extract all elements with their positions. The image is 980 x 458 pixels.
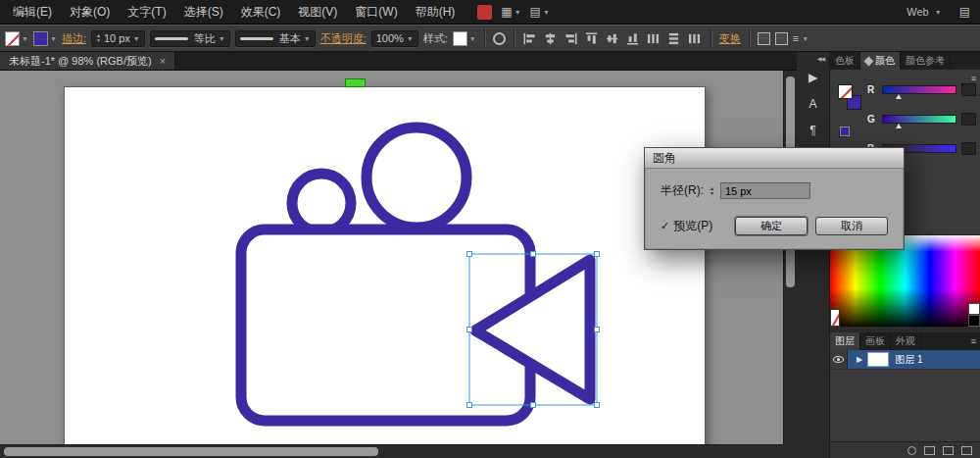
- tab-layers[interactable]: 图层: [830, 332, 860, 350]
- selection-handle[interactable]: [595, 403, 600, 408]
- document-title: 未标题-1* @ 98% (RGB/预览): [9, 54, 152, 69]
- selection-handle[interactable]: [595, 328, 600, 332]
- radius-row: 半径(R): ▲▼: [661, 182, 888, 199]
- check-icon: ✓: [661, 220, 669, 232]
- tab-swatches[interactable]: 色板: [830, 52, 860, 70]
- bridge-icon[interactable]: [477, 5, 492, 20]
- preview-checkbox[interactable]: ✓ 预览(P): [661, 218, 712, 234]
- red-channel-slider[interactable]: [882, 85, 956, 94]
- green-channel-value[interactable]: [961, 113, 976, 126]
- menu-edit[interactable]: 编辑(E): [4, 0, 61, 25]
- tab-appearance[interactable]: 外观: [891, 332, 921, 350]
- horizontal-scrollbar[interactable]: [0, 444, 783, 458]
- ok-button[interactable]: 确定: [735, 217, 808, 235]
- workspace-switcher[interactable]: Web▼: [901, 4, 947, 20]
- tab-color[interactable]: 颜色: [860, 52, 901, 70]
- expand-layer-icon[interactable]: ▶: [857, 355, 862, 364]
- eye-icon: [833, 356, 844, 363]
- right-panel-area: ◀◀ ▶ A ¶ 色板 颜色 颜色参考 ≡ R: [797, 52, 980, 458]
- radius-input[interactable]: [720, 182, 810, 199]
- character-panel-icon[interactable]: A: [802, 93, 825, 114]
- red-channel-value[interactable]: [961, 83, 976, 96]
- width-profile-select[interactable]: 等比▼: [150, 30, 230, 47]
- brush-definition-select[interactable]: 基本▼: [235, 30, 316, 47]
- stroke-width-stepper-icon[interactable]: ▲▼: [96, 33, 101, 43]
- make-clipping-mask-icon[interactable]: [907, 446, 916, 455]
- selection-handle[interactable]: [531, 252, 536, 257]
- transform-link[interactable]: 变换: [719, 31, 741, 46]
- menu-help[interactable]: 帮助(H): [407, 0, 465, 25]
- tab-color-guide[interactable]: 颜色参考: [901, 52, 951, 70]
- new-sublayer-icon[interactable]: [924, 446, 935, 455]
- vertical-scrollbar[interactable]: [783, 71, 797, 444]
- align-horizontal-center-icon[interactable]: [543, 30, 559, 46]
- horizontal-scrollbar-thumb[interactable]: [4, 447, 378, 456]
- style-swatch-icon: [453, 31, 467, 46]
- menu-select[interactable]: 选择(S): [175, 0, 232, 25]
- black-swatch[interactable]: [968, 315, 980, 327]
- camera-lens-large[interactable]: [367, 127, 466, 228]
- layers-panel-menu-icon[interactable]: ≡: [971, 336, 976, 346]
- menu-object[interactable]: 对象(O): [61, 0, 119, 25]
- dialog-titlebar[interactable]: 圆角: [645, 148, 904, 169]
- align-horizontal-right-icon[interactable]: [564, 30, 579, 46]
- control-panel-menu-icon[interactable]: ≡▼: [793, 32, 808, 44]
- arrange-documents-icon[interactable]: ▦▼: [501, 5, 520, 19]
- slider-marker-icon[interactable]: [896, 94, 902, 99]
- collapse-panels-icon[interactable]: ◀◀: [817, 55, 824, 62]
- slider-marker-icon[interactable]: [896, 124, 902, 128]
- layers-panel: ▶ 图层 1: [830, 350, 980, 458]
- document-setup-icon[interactable]: [758, 32, 770, 45]
- align-vertical-center-icon[interactable]: [605, 30, 620, 46]
- opacity-link[interactable]: 不透明度:: [320, 31, 367, 46]
- screen-mode-icon[interactable]: ▤▼: [530, 5, 550, 19]
- opacity-select[interactable]: 100%▼: [371, 30, 418, 47]
- paragraph-panel-icon[interactable]: ¶: [802, 120, 825, 140]
- menu-type[interactable]: 文字(T): [119, 0, 174, 25]
- selection-handle[interactable]: [595, 252, 600, 257]
- selection-handle[interactable]: [467, 403, 472, 408]
- stroke-width-select[interactable]: ▲▼ 10 px▼: [91, 30, 145, 47]
- align-vertical-top-icon[interactable]: [584, 30, 600, 46]
- symbols-panel-icon[interactable]: ▶: [802, 67, 825, 87]
- panel-grid-icon[interactable]: ▤: [959, 5, 970, 19]
- distribute-spacing-icon[interactable]: [687, 30, 703, 46]
- blue-channel-value[interactable]: [961, 142, 976, 155]
- menu-effect[interactable]: 效果(C): [232, 0, 290, 25]
- fill-indicator-swatch[interactable]: [838, 84, 853, 99]
- document-tab[interactable]: 未标题-1* @ 98% (RGB/预览) ×: [0, 52, 175, 70]
- menu-view[interactable]: 视图(V): [289, 0, 346, 25]
- align-horizontal-left-icon[interactable]: [522, 30, 538, 46]
- style-swatch[interactable]: ▼: [453, 31, 476, 46]
- tab-artboards[interactable]: 画板: [860, 332, 891, 350]
- align-vertical-bottom-icon[interactable]: [625, 30, 641, 46]
- color-panel-menu-icon[interactable]: ≡: [971, 74, 976, 83]
- workspace-area: Web▼ ▤: [901, 4, 976, 20]
- none-swatch[interactable]: [830, 309, 840, 327]
- preferences-icon[interactable]: [775, 32, 788, 45]
- distribute-horizontal-icon[interactable]: [646, 30, 662, 46]
- radius-stepper[interactable]: ▲▼: [710, 186, 714, 196]
- selection-handle[interactable]: [531, 403, 536, 408]
- stroke-color-swatch[interactable]: ▼: [33, 31, 57, 46]
- layer-row[interactable]: ▶ 图层 1: [830, 350, 980, 370]
- visibility-toggle[interactable]: [830, 350, 848, 369]
- close-tab-icon[interactable]: ×: [160, 55, 166, 67]
- artboard[interactable]: [64, 86, 706, 444]
- selection-handle[interactable]: [467, 328, 472, 332]
- delete-layer-icon[interactable]: [961, 446, 972, 455]
- stroke-panel-link[interactable]: 描边:: [62, 31, 86, 46]
- white-swatch[interactable]: [968, 303, 980, 315]
- cancel-button[interactable]: 取消: [815, 217, 888, 235]
- canvas-area[interactable]: [0, 71, 783, 444]
- green-channel-slider[interactable]: [882, 115, 956, 124]
- fill-swatch[interactable]: ▼: [5, 31, 28, 46]
- menu-window[interactable]: 窗口(W): [346, 0, 406, 25]
- web-color-warning-icon[interactable]: [840, 127, 850, 136]
- camera-lens-small[interactable]: [292, 174, 351, 232]
- selection-handle[interactable]: [467, 252, 472, 257]
- layer-name[interactable]: 图层 1: [895, 353, 922, 367]
- recolor-artwork-icon[interactable]: [493, 32, 506, 45]
- distribute-vertical-icon[interactable]: [666, 30, 682, 46]
- new-layer-icon[interactable]: [943, 446, 954, 455]
